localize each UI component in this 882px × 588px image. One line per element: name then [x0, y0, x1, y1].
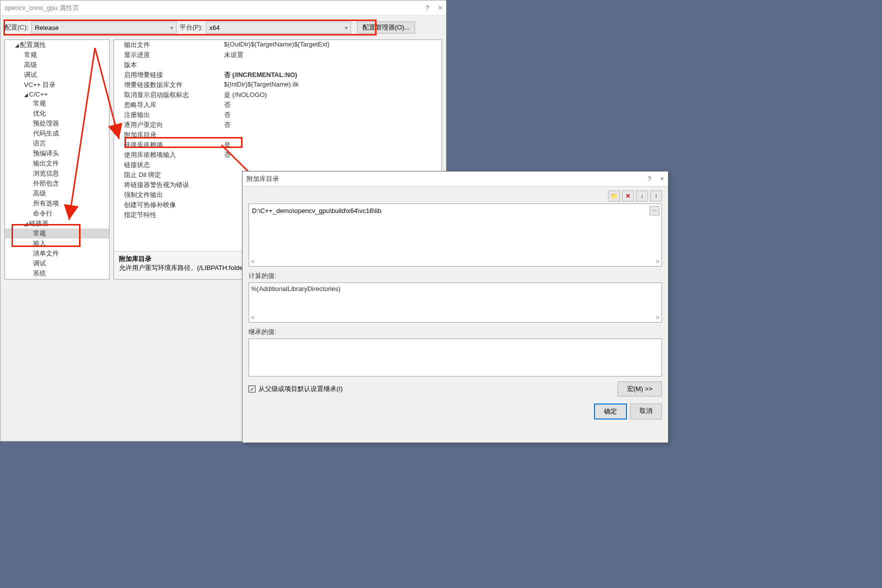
config-value: Release — [35, 24, 59, 32]
config-manager-button[interactable]: 配置管理器(O)... — [357, 22, 416, 34]
prop-row[interactable]: 链接库依赖项是 — [114, 140, 442, 150]
down-arrow-icon[interactable]: ↓ — [636, 190, 648, 202]
tree-item[interactable]: 常规 — [5, 98, 109, 108]
tree-item[interactable]: 高级 — [5, 60, 109, 70]
tree-item[interactable]: 代码生成 — [5, 128, 109, 138]
prop-row[interactable]: 输出文件$(OutDir)$(TargetName)$(TargetExt) — [114, 40, 442, 50]
macro-button[interactable]: 宏(M) >> — [618, 382, 662, 396]
tree-item[interactable]: 预处理器 — [5, 118, 109, 128]
chevron-down-icon: ▾ — [170, 25, 173, 30]
close-button[interactable]: × — [660, 175, 664, 182]
tree-item[interactable]: 高级 — [5, 188, 109, 198]
tree-item-selected[interactable]: 常规 — [5, 228, 109, 238]
inherited-label: 继承的值: — [248, 328, 662, 336]
titlebar: opencv_onnx_gpu 属性页 ? × — [0, 0, 446, 16]
inherit-checkbox-row[interactable]: ✓ 从父级或项目默认设置继承(I) — [248, 384, 614, 394]
tree-item[interactable]: 系统 — [5, 268, 109, 278]
prop-row[interactable]: 显示进度未设置 — [114, 50, 442, 60]
prop-row[interactable]: 取消显示启动版权标志是 (/NOLOGO) — [114, 90, 442, 100]
folder-icon[interactable]: 📁 — [608, 190, 620, 202]
browse-button[interactable]: ... — [650, 206, 660, 216]
tree-item[interactable]: VC++ 目录 — [5, 80, 109, 90]
tree-panel[interactable]: ◢配置属性 常规 高级 调试 VC++ 目录 ◢C/C++ 常规 优化 预处理器… — [4, 40, 110, 280]
up-arrow-icon[interactable]: ↑ — [650, 190, 662, 202]
sub-title: 附加库目录 — [246, 174, 648, 184]
prop-row[interactable]: 增量链接数据库文件$(IntDir)$(TargetName).ilk — [114, 80, 442, 90]
tree-item[interactable]: 优化 — [5, 108, 109, 118]
help-button[interactable]: ? — [426, 4, 429, 12]
tree-item[interactable]: 清单文件 — [5, 248, 109, 258]
tree-item[interactable]: 所有选项 — [5, 198, 109, 208]
tree-item[interactable]: 调试 — [5, 258, 109, 268]
tree-item[interactable]: 输入 — [5, 238, 109, 248]
prop-row[interactable]: 注册输出否 — [114, 110, 442, 120]
calculated-values: %(AdditionalLibraryDirectories) <> — [248, 282, 662, 322]
platform-value: x64 — [210, 24, 220, 32]
platform-label: 平台(P): — [180, 23, 203, 32]
close-button[interactable]: × — [438, 4, 442, 12]
config-label: 配置(C): — [4, 23, 28, 32]
prop-row[interactable]: 逐用户重定向否 — [114, 120, 442, 130]
window-title: opencv_onnx_gpu 属性页 — [4, 4, 426, 12]
config-select[interactable]: Release ▾ — [32, 22, 176, 34]
additional-library-dirs-dialog: 附加库目录 ? × 📁 ✕ ↓ ↑ D:\C++_demo\opencv_gpu… — [242, 171, 668, 443]
scrollbar-horizontal[interactable]: <> — [251, 258, 660, 265]
prop-row[interactable]: 使用库依赖项输入否 — [114, 150, 442, 160]
tree-item[interactable]: 外部包含 — [5, 178, 109, 188]
tree-item[interactable]: 命令行 — [5, 208, 109, 218]
tree-cpp-node[interactable]: ◢C/C++ — [5, 90, 109, 98]
prop-row[interactable]: 启用增量链接否 (/INCREMENTAL:NO) — [114, 70, 442, 80]
prop-row[interactable]: 忽略导入库否 — [114, 100, 442, 110]
calculated-label: 计算的值: — [248, 272, 662, 280]
sub-titlebar: 附加库目录 ? × — [242, 172, 668, 186]
scrollbar-horizontal[interactable]: <> — [251, 314, 660, 321]
tree-item[interactable]: 常规 — [5, 50, 109, 60]
toolbar: 📁 ✕ ↓ ↑ — [248, 190, 662, 202]
help-button[interactable]: ? — [648, 175, 651, 182]
tree-item[interactable]: 输出文件 — [5, 158, 109, 168]
bottom-row: ✓ 从父级或项目默认设置继承(I) 宏(M) >> — [248, 382, 662, 396]
tree-linker-node[interactable]: ◢链接器 — [5, 218, 109, 228]
path-entry[interactable]: D:\C++_demo\opencv_gpu\build\x64\vc16\li… — [251, 206, 650, 216]
tree-item[interactable]: 浏览信息 — [5, 168, 109, 178]
platform-select[interactable]: x64 ▾ — [206, 22, 351, 34]
prop-row[interactable]: 版本 — [114, 60, 442, 70]
tree-item[interactable]: 语言 — [5, 138, 109, 148]
prop-row-highlighted[interactable]: 附加库目录 — [114, 130, 442, 140]
sub-body: 📁 ✕ ↓ ↑ D:\C++_demo\opencv_gpu\build\x64… — [242, 186, 668, 424]
checkbox-label: 从父级或项目默认设置继承(I) — [258, 384, 342, 394]
config-row: 配置(C): Release ▾ 平台(P): x64 ▾ 配置管理器(O)..… — [0, 16, 446, 40]
ok-button[interactable]: 确定 — [594, 404, 627, 420]
tree-item[interactable]: 调试 — [5, 70, 109, 80]
chevron-down-icon: ▾ — [345, 25, 348, 30]
delete-icon[interactable]: ✕ — [622, 190, 634, 202]
tree-root[interactable]: ◢配置属性 — [5, 40, 109, 50]
prop-row[interactable]: 链接状态 — [114, 160, 442, 170]
cancel-button[interactable]: 取消 — [630, 404, 662, 420]
checkbox-icon[interactable]: ✓ — [248, 386, 256, 392]
inherited-values — [248, 338, 662, 376]
tree-item[interactable]: 预编译头 — [5, 148, 109, 158]
path-list[interactable]: D:\C++_demo\opencv_gpu\build\x64\vc16\li… — [248, 204, 662, 266]
